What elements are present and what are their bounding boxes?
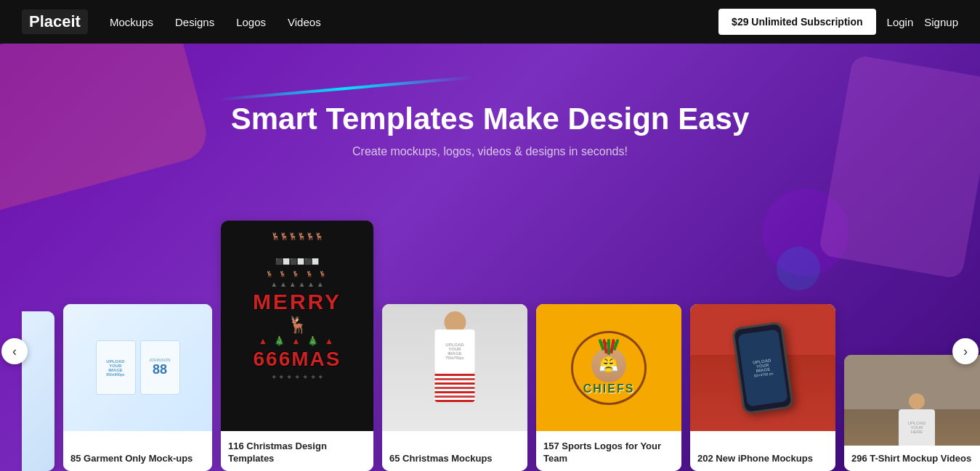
iphone-card-image: UPLOADYOURIMAGE82×4792 px (690, 304, 835, 431)
christmas-design-image: 🦌🦌🦌🦌🦌🦌 ⬛⬜⬛⬜⬛⬜ 🦌 🦌 🦌 🦌 🦌 ▲ ▲ ▲ ▲ ▲ ▲ MERR… (221, 221, 373, 431)
carousel-dots (474, 465, 506, 467)
nav-videos[interactable]: Videos (288, 16, 321, 28)
sports-card-image: THE 😤 (536, 304, 681, 431)
card-sports-logos[interactable]: THE 😤 (536, 304, 681, 471)
login-link[interactable]: Login (887, 16, 914, 28)
garment-card-image: UPLOADYOURIMAGE650x900px JOHNSON 88 (63, 304, 212, 431)
card-tshirt-videos[interactable]: UPLOADYOURHERE 296 T-Shirt Mockup Videos (844, 355, 980, 471)
card-garment-mockups[interactable]: UPLOADYOURIMAGE650x900px JOHNSON 88 85 G… (63, 304, 212, 471)
hero-subtitle: Create mockups, logos, videos & designs … (231, 145, 750, 158)
tshirt-video-label: 296 T-Shirt Mockup Videos (844, 447, 980, 471)
card-christmas-mockups[interactable]: UPLOADYOURIMAGE750x750px 65 Christmas Mo… (382, 304, 527, 471)
hero-title: Smart Templates Make Design Easy (231, 102, 750, 136)
cards-carousel: UPLOADYOURIMAGE650x900px JOHNSON 88 85 G… (0, 221, 980, 471)
sports-card-label: 157 Sports Logos for Your Team (536, 435, 681, 471)
navbar-right: $29 Unlimited Subscription Login Signup (718, 9, 958, 35)
nav-mockups[interactable]: Mockups (110, 16, 153, 28)
christmas-mockup-label: 65 Christmas Mockups (382, 447, 527, 471)
navbar-left: Placeit Mockups Designs Logos Videos (22, 9, 321, 34)
navbar: Placeit Mockups Designs Logos Videos $29… (0, 0, 980, 44)
nav-designs[interactable]: Designs (175, 16, 214, 28)
hero-section: Smart Templates Make Design Easy Create … (0, 44, 980, 471)
nav-logos[interactable]: Logos (236, 16, 266, 28)
partial-left-card (22, 311, 54, 471)
christmas-text: 🦌 🦌 🦌 🦌 🦌 ▲ ▲ ▲ ▲ ▲ ▲ MERRY 🦌 ▲ 🎄 ▲ 🎄 ▲ … (221, 221, 373, 431)
dot-3 (502, 465, 506, 467)
card-iphone-mockups[interactable]: UPLOADYOURIMAGE82×4792 px 202 New iPhone… (690, 304, 835, 471)
carousel-arrow-left[interactable]: ‹ (1, 338, 28, 364)
christmas-design-label: 116 Christmas Design Templates (221, 435, 373, 471)
signup-link[interactable]: Signup (924, 16, 958, 28)
iphone-card-label: 202 New iPhone Mockups (690, 447, 835, 471)
garment-card-label: 85 Garment Only Mock-ups (63, 447, 212, 471)
carousel-arrow-right[interactable]: › (952, 338, 979, 364)
hero-text: Smart Templates Make Design Easy Create … (231, 102, 750, 158)
subscription-button[interactable]: $29 Unlimited Subscription (718, 9, 875, 35)
logo[interactable]: Placeit (22, 9, 88, 34)
christmas-mockup-image: UPLOADYOURIMAGE750x750px (382, 304, 527, 431)
dot-1 (474, 465, 489, 467)
tshirt-video-image: UPLOADYOURHERE (844, 355, 980, 446)
card-christmas-design[interactable]: 🦌🦌🦌🦌🦌🦌 ⬛⬜⬛⬜⬛⬜ 🦌 🦌 🦌 🦌 🦌 ▲ ▲ ▲ ▲ ▲ ▲ MERR… (221, 221, 373, 471)
hero-decoration (218, 76, 471, 101)
dot-2 (493, 465, 498, 467)
